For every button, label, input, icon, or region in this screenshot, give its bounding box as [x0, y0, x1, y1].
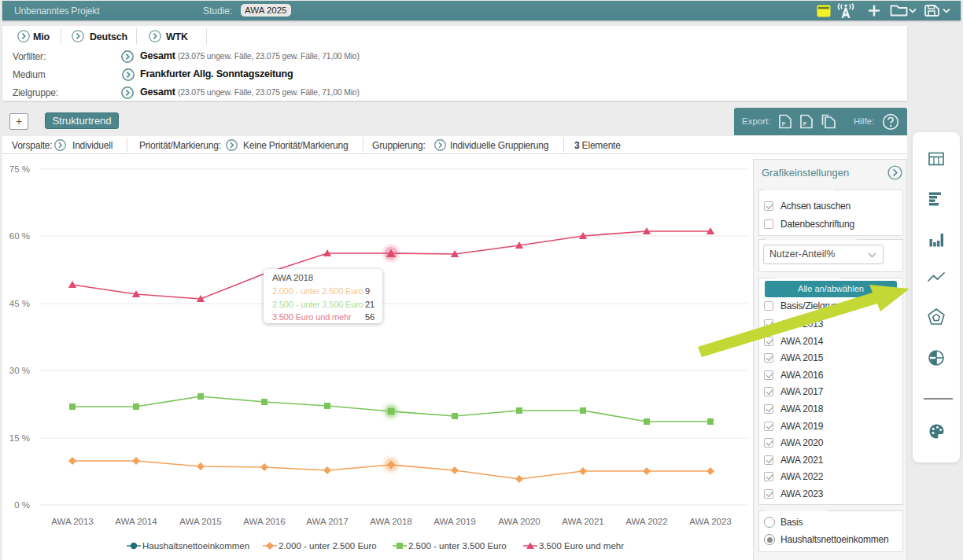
svg-text:Haushaltsnettoeinkommen: Haushaltsnettoeinkommen: [142, 541, 249, 551]
svg-text:AWA 2018: AWA 2018: [370, 517, 412, 526]
svg-text:AWA 2015: AWA 2015: [179, 517, 222, 526]
svg-text:0 %: 0 %: [14, 500, 30, 510]
svg-text:AWA 2019: AWA 2019: [434, 517, 476, 526]
svg-text:AWA 2013: AWA 2013: [51, 517, 94, 526]
svg-text:15 %: 15 %: [9, 433, 30, 443]
svg-text:2.500 - unter 3.500 Euro: 2.500 - unter 3.500 Euro: [408, 541, 507, 551]
svg-text:AWA 2022: AWA 2022: [625, 517, 668, 526]
svg-text:P: P: [782, 121, 786, 127]
svg-text:AWA 2016: AWA 2016: [243, 517, 286, 526]
svg-text:AWA 2023: AWA 2023: [689, 517, 732, 526]
svg-text:3.500 Euro und mehr: 3.500 Euro und mehr: [539, 541, 624, 551]
svg-text:AWA 2020: AWA 2020: [498, 517, 541, 526]
svg-text:AWA 2021: AWA 2021: [562, 517, 604, 526]
svg-text:60 %: 60 %: [9, 231, 30, 241]
svg-text:P: P: [803, 121, 807, 127]
svg-text:75 %: 75 %: [9, 164, 30, 174]
svg-text:30 %: 30 %: [9, 366, 30, 375]
svg-text:AWA 2014: AWA 2014: [115, 517, 157, 526]
svg-text:AWA 2017: AWA 2017: [306, 517, 349, 526]
svg-text:45 %: 45 %: [9, 299, 30, 308]
svg-text:2.000 - unter 2.500 Euro: 2.000 - unter 2.500 Euro: [279, 541, 377, 551]
